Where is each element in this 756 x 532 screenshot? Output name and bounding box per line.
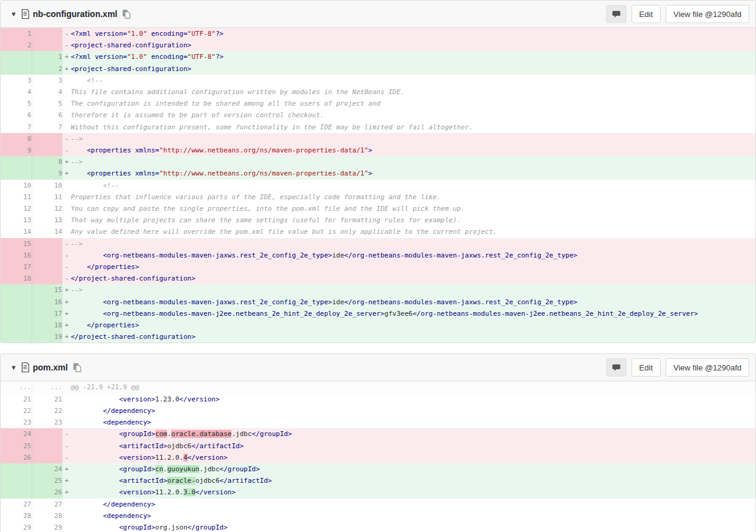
old-line-number[interactable]: 12 bbox=[1, 203, 32, 214]
view-file-button[interactable]: View file @1290afd bbox=[666, 358, 749, 377]
diff-sign: + bbox=[63, 319, 71, 331]
new-line-number[interactable] bbox=[32, 145, 63, 156]
new-line-number[interactable] bbox=[32, 250, 63, 261]
copy-file-name-icon[interactable] bbox=[73, 363, 82, 372]
new-line-number[interactable]: 25 bbox=[32, 475, 63, 486]
old-line-number[interactable]: 1 bbox=[1, 28, 32, 39]
old-line-number[interactable] bbox=[1, 331, 32, 343]
old-line-number[interactable]: 27 bbox=[1, 499, 32, 510]
new-line-number[interactable]: 22 bbox=[32, 405, 63, 417]
old-line-number[interactable]: 7 bbox=[1, 121, 32, 133]
old-line-number[interactable]: 16 bbox=[1, 250, 32, 261]
new-line-number[interactable]: 11 bbox=[32, 191, 63, 203]
new-line-number[interactable]: 6 bbox=[32, 109, 63, 121]
new-line-number[interactable] bbox=[32, 238, 63, 250]
new-line-number[interactable]: 3 bbox=[32, 75, 63, 86]
old-line-number[interactable]: 22 bbox=[1, 405, 32, 417]
new-line-number[interactable]: 19 bbox=[32, 331, 63, 343]
new-line-number[interactable]: 26 bbox=[32, 486, 63, 498]
old-line-number[interactable] bbox=[1, 475, 32, 486]
new-line-number[interactable]: 16 bbox=[32, 296, 63, 308]
old-line-number[interactable]: 24 bbox=[1, 428, 32, 440]
new-line-number[interactable]: 10 bbox=[32, 180, 63, 191]
diff-row: 2323 <dependency> bbox=[1, 417, 755, 428]
old-line-number[interactable]: 15 bbox=[1, 238, 32, 250]
old-line-number[interactable]: 13 bbox=[1, 214, 32, 226]
old-line-number[interactable]: 8 bbox=[1, 133, 32, 145]
file-comment-button[interactable] bbox=[606, 358, 627, 377]
old-line-number[interactable] bbox=[1, 51, 32, 63]
code-cell: - <org-netbeans-modules-maven-jaxws.rest… bbox=[63, 250, 755, 261]
new-line-number[interactable]: 2 bbox=[32, 63, 63, 75]
old-line-number[interactable]: 4 bbox=[1, 86, 32, 98]
new-line-number[interactable]: 28 bbox=[32, 510, 63, 522]
old-line-number[interactable]: ... bbox=[1, 381, 32, 393]
old-line-number[interactable]: 3 bbox=[1, 75, 32, 86]
old-line-number[interactable]: 25 bbox=[1, 440, 32, 452]
new-line-number[interactable] bbox=[32, 273, 63, 284]
new-line-number[interactable]: 12 bbox=[32, 203, 63, 214]
old-line-number[interactable]: 2 bbox=[1, 39, 32, 51]
new-line-number[interactable]: 18 bbox=[32, 319, 63, 331]
new-line-number[interactable]: ... bbox=[32, 381, 63, 393]
new-line-number[interactable]: 21 bbox=[32, 394, 63, 405]
new-line-number[interactable]: 17 bbox=[32, 308, 63, 319]
new-line-number[interactable]: 5 bbox=[32, 98, 63, 109]
new-line-number[interactable]: 8 bbox=[32, 156, 63, 168]
diff-row: 8---> bbox=[1, 133, 755, 145]
code-cell: therefore it is assumed to be part of ve… bbox=[63, 109, 755, 121]
collapse-chevron-icon[interactable]: ▼ bbox=[10, 10, 21, 18]
old-line-number[interactable]: 11 bbox=[1, 191, 32, 203]
old-line-number[interactable]: 29 bbox=[1, 522, 32, 532]
old-line-number[interactable]: 26 bbox=[1, 452, 32, 463]
new-line-number[interactable]: 24 bbox=[32, 463, 63, 475]
new-line-number[interactable]: 4 bbox=[32, 86, 63, 98]
new-line-number[interactable]: 9 bbox=[32, 168, 63, 179]
diff-sign: + bbox=[63, 308, 71, 319]
old-line-number[interactable]: 28 bbox=[1, 510, 32, 522]
old-line-number[interactable] bbox=[1, 486, 32, 498]
new-line-number[interactable]: 13 bbox=[32, 214, 63, 226]
file-comment-button[interactable] bbox=[606, 5, 627, 23]
new-line-number[interactable]: 29 bbox=[32, 522, 63, 532]
code-segment: <org-netbeans-modules-maven-jaxws.rest_2… bbox=[103, 298, 332, 306]
code-segment: "http://www.netbeans.org/ns/maven-proper… bbox=[159, 169, 368, 177]
old-line-number[interactable] bbox=[1, 156, 32, 168]
old-line-number[interactable]: 6 bbox=[1, 109, 32, 121]
new-line-number[interactable]: 14 bbox=[32, 226, 63, 237]
old-line-number[interactable]: 10 bbox=[1, 180, 32, 191]
old-line-number[interactable] bbox=[1, 463, 32, 475]
new-line-number[interactable] bbox=[32, 261, 63, 273]
new-line-number[interactable] bbox=[32, 39, 63, 51]
edit-file-button[interactable]: Edit bbox=[632, 358, 661, 377]
new-line-number[interactable] bbox=[32, 133, 63, 145]
new-line-number[interactable]: 7 bbox=[32, 121, 63, 133]
old-line-number[interactable]: 5 bbox=[1, 98, 32, 109]
old-line-number[interactable]: 21 bbox=[1, 394, 32, 405]
new-line-number[interactable] bbox=[32, 28, 63, 39]
new-line-number[interactable]: 27 bbox=[32, 499, 63, 510]
old-line-number[interactable] bbox=[1, 296, 32, 308]
new-line-number[interactable] bbox=[32, 452, 63, 463]
new-line-number[interactable]: 23 bbox=[32, 417, 63, 428]
edit-file-button[interactable]: Edit bbox=[632, 5, 661, 23]
old-line-number[interactable]: 14 bbox=[1, 226, 32, 237]
new-line-number[interactable]: 1 bbox=[32, 51, 63, 63]
old-line-number[interactable]: 18 bbox=[1, 273, 32, 284]
new-line-number[interactable]: 15 bbox=[32, 284, 63, 296]
new-line-number[interactable] bbox=[32, 440, 63, 452]
view-file-button[interactable]: View file @1290afd bbox=[666, 5, 749, 23]
collapse-chevron-icon[interactable]: ▼ bbox=[10, 364, 21, 371]
old-line-number[interactable]: 9 bbox=[1, 145, 32, 156]
old-line-number[interactable] bbox=[1, 308, 32, 319]
old-line-number[interactable]: 17 bbox=[1, 261, 32, 273]
old-line-number[interactable] bbox=[1, 284, 32, 296]
old-line-number[interactable]: 23 bbox=[1, 417, 32, 428]
old-line-number[interactable] bbox=[1, 319, 32, 331]
new-line-number[interactable] bbox=[32, 428, 63, 440]
code-segment: </groupId> bbox=[188, 523, 228, 531]
old-line-number[interactable] bbox=[1, 63, 32, 75]
old-line-number[interactable] bbox=[1, 168, 32, 179]
copy-file-name-icon[interactable] bbox=[122, 9, 131, 19]
code-segment: </version> bbox=[196, 488, 236, 496]
